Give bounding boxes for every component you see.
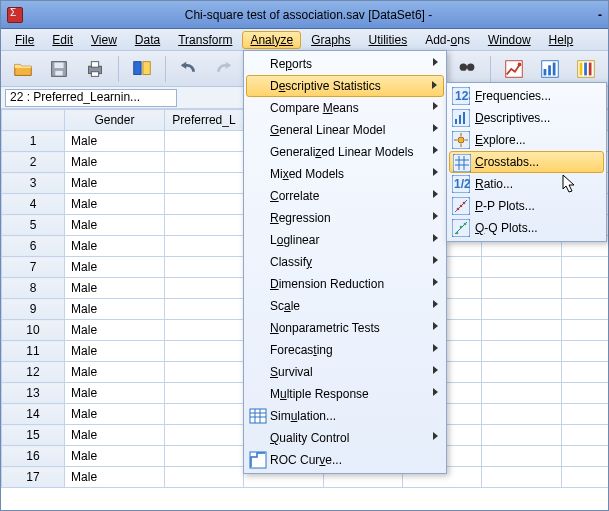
cell[interactable] [482,383,561,404]
menu-item-correlate[interactable]: Correlate [246,185,444,207]
menu-item-simulation-[interactable]: Simulation... [246,405,444,427]
recall-dialog-button[interactable] [126,55,158,83]
corner-cell[interactable] [2,110,65,131]
row-header[interactable]: 13 [2,383,65,404]
cell[interactable] [164,215,243,236]
cell-gender[interactable]: Male [65,152,165,173]
cell[interactable] [164,236,243,257]
cell[interactable] [561,341,608,362]
menu-addons[interactable]: Add-ons [417,31,478,49]
menu-item-forecasting[interactable]: Forecasting [246,339,444,361]
cell[interactable] [561,299,608,320]
cell-gender[interactable]: Male [65,425,165,446]
open-button[interactable] [7,55,39,83]
menu-data[interactable]: Data [127,31,168,49]
cell-gender[interactable]: Male [65,446,165,467]
submenu-item-p-p-plots-[interactable]: P-P Plots... [449,195,604,217]
row-header[interactable]: 12 [2,362,65,383]
menu-edit[interactable]: Edit [44,31,81,49]
cell[interactable] [164,131,243,152]
menu-item-survival[interactable]: Survival [246,361,444,383]
row-header[interactable]: 3 [2,173,65,194]
cell[interactable] [482,320,561,341]
row-header[interactable]: 15 [2,425,65,446]
submenu-item-ratio-[interactable]: 1/2Ratio... [449,173,604,195]
save-button[interactable] [43,55,75,83]
cell-gender[interactable]: Male [65,320,165,341]
cell-gender[interactable]: Male [65,257,165,278]
menu-item-descriptive-statistics[interactable]: Descriptive Statistics [246,75,444,97]
cell-gender[interactable]: Male [65,467,165,488]
submenu-item-crosstabs-[interactable]: Crosstabs... [449,151,604,173]
cell[interactable] [561,425,608,446]
menu-item-regression[interactable]: Regression [246,207,444,229]
submenu-item-explore-[interactable]: Explore... [449,129,604,151]
cell[interactable] [164,362,243,383]
chart-blue-button[interactable] [534,55,566,83]
cell[interactable] [561,320,608,341]
cell[interactable] [482,446,561,467]
cell[interactable] [482,257,561,278]
col-header-preferred[interactable]: Preferred_L [164,110,243,131]
cell-reference[interactable]: 22 : Preferred_Learnin... [5,89,177,107]
row-header[interactable]: 6 [2,236,65,257]
col-header-gender[interactable]: Gender [65,110,165,131]
menu-transform[interactable]: Transform [170,31,240,49]
cell[interactable] [164,194,243,215]
menu-item-dimension-reduction[interactable]: Dimension Reduction [246,273,444,295]
row-header[interactable]: 9 [2,299,65,320]
redo-button[interactable] [207,55,239,83]
cell[interactable] [561,404,608,425]
row-header[interactable]: 10 [2,320,65,341]
menu-item-compare-means[interactable]: Compare Means [246,97,444,119]
cell[interactable] [164,152,243,173]
menu-utilities[interactable]: Utilities [360,31,415,49]
cell-gender[interactable]: Male [65,194,165,215]
cell[interactable] [164,404,243,425]
row-header[interactable]: 2 [2,152,65,173]
cell[interactable] [482,404,561,425]
submenu-item-q-q-plots-[interactable]: Q-Q Plots... [449,217,604,239]
cell[interactable] [561,362,608,383]
cell-gender[interactable]: Male [65,173,165,194]
row-header[interactable]: 17 [2,467,65,488]
cell[interactable] [482,362,561,383]
row-header[interactable]: 8 [2,278,65,299]
menu-item-mixed-models[interactable]: Mixed Models [246,163,444,185]
menu-help[interactable]: Help [541,31,582,49]
undo-button[interactable] [173,55,205,83]
cell-gender[interactable]: Male [65,299,165,320]
row-header[interactable]: 7 [2,257,65,278]
menu-item-quality-control[interactable]: Quality Control [246,427,444,449]
cell[interactable] [164,320,243,341]
menu-item-scale[interactable]: Scale [246,295,444,317]
menu-graphs[interactable]: Graphs [303,31,358,49]
menu-item-multiple-response[interactable]: Multiple Response [246,383,444,405]
menu-item-roc-curve-[interactable]: ROC Curve... [246,449,444,471]
cell[interactable] [561,278,608,299]
menu-view[interactable]: View [83,31,125,49]
cell-gender[interactable]: Male [65,383,165,404]
print-button[interactable] [79,55,111,83]
cell[interactable] [482,278,561,299]
cell[interactable] [164,299,243,320]
chart-red-button[interactable] [498,55,530,83]
cell[interactable] [164,446,243,467]
cell[interactable] [561,446,608,467]
row-header[interactable]: 14 [2,404,65,425]
cell[interactable] [164,278,243,299]
chart-yellow-button[interactable] [570,55,602,83]
submenu-item-descriptives-[interactable]: Descriptives... [449,107,604,129]
row-header[interactable]: 1 [2,131,65,152]
cell[interactable] [482,467,561,488]
cell[interactable] [164,467,243,488]
cell[interactable] [561,383,608,404]
menu-file[interactable]: File [7,31,42,49]
row-header[interactable]: 4 [2,194,65,215]
cell[interactable] [482,425,561,446]
submenu-item-frequencies-[interactable]: 123Frequencies... [449,85,604,107]
menu-window[interactable]: Window [480,31,539,49]
cell-gender[interactable]: Male [65,341,165,362]
cell-gender[interactable]: Male [65,236,165,257]
cell-gender[interactable]: Male [65,362,165,383]
